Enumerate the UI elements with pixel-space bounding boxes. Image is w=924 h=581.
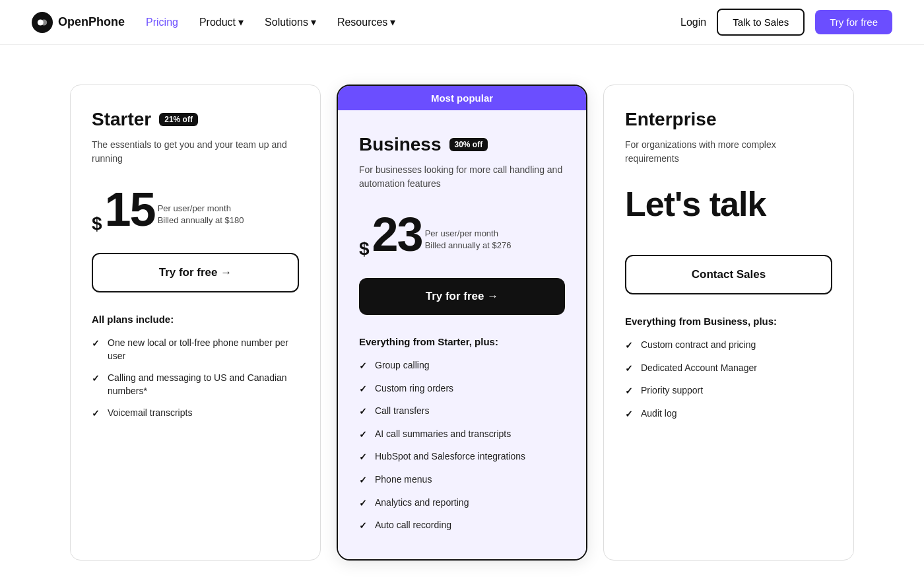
login-button[interactable]: Login	[680, 17, 706, 28]
starter-plan-name: Starter	[92, 109, 151, 130]
check-icon: ✓	[625, 408, 633, 421]
list-item: ✓ Call transfers	[359, 405, 565, 419]
enterprise-feature-list: ✓ Custom contract and pricing ✓ Dedicate…	[625, 339, 832, 421]
business-feature-list: ✓ Group calling ✓ Custom ring orders ✓ C…	[359, 359, 565, 533]
business-features-heading: Everything from Starter, plus:	[359, 336, 565, 347]
business-description: For businesses looking for more call han…	[359, 163, 565, 192]
logo-text: OpenPhone	[58, 15, 125, 29]
starter-feature-list: ✓ One new local or toll-free phone numbe…	[92, 337, 299, 421]
check-icon: ✓	[359, 383, 367, 396]
nav-solutions[interactable]: Solutions ▾	[265, 16, 316, 28]
svg-point-1	[41, 19, 47, 25]
enterprise-feature-2: Dedicated Account Manager	[641, 362, 757, 375]
business-card: Business 30% off For businesses looking …	[338, 110, 586, 559]
enterprise-plan-name: Enterprise	[625, 109, 717, 130]
list-item: ✓ Auto call recording	[359, 519, 565, 533]
nav-pricing[interactable]: Pricing	[146, 17, 178, 28]
check-icon: ✓	[359, 520, 367, 533]
business-card-wrapper: Most popular Business 30% off For busine…	[337, 85, 587, 561]
starter-feature-2: Calling and messaging to US and Canadian…	[108, 372, 299, 397]
business-price-row: $ 23 Per user/per month Billed annually …	[359, 211, 565, 258]
starter-try-free-button[interactable]: Try for free →	[92, 253, 299, 292]
business-feature-3: Call transfers	[375, 405, 429, 418]
check-icon: ✓	[92, 372, 100, 386]
list-item: ✓ Custom contract and pricing	[625, 339, 832, 353]
starter-card: Starter 21% off The essentials to get yo…	[70, 85, 321, 561]
list-item: ✓ Phone menus	[359, 473, 565, 487]
chevron-down-icon: ▾	[311, 16, 316, 28]
list-item: ✓ Group calling	[359, 359, 565, 373]
check-icon: ✓	[359, 451, 367, 464]
starter-description: The essentials to get you and your team …	[92, 138, 299, 167]
list-item: ✓ Voicemail transcripts	[92, 407, 299, 421]
check-icon: ✓	[92, 337, 100, 351]
logo[interactable]: OpenPhone	[32, 12, 125, 33]
chevron-down-icon: ▾	[238, 16, 244, 28]
business-price-dollar: $	[359, 240, 370, 258]
check-icon: ✓	[359, 360, 367, 373]
chevron-down-icon: ▾	[390, 16, 395, 28]
pricing-section: Starter 21% off The essentials to get yo…	[0, 45, 924, 581]
check-icon: ✓	[359, 497, 367, 510]
check-icon: ✓	[359, 428, 367, 442]
starter-per-user: Per user/per month	[158, 203, 244, 215]
starter-price-number: 15	[105, 186, 155, 233]
starter-price-meta: Per user/per month Billed annually at $1…	[158, 203, 244, 230]
starter-billed: Billed annually at $180	[158, 215, 244, 226]
list-item: ✓ AI call summaries and transcripts	[359, 428, 565, 442]
navbar: OpenPhone Pricing Product ▾ Solutions ▾ …	[0, 0, 924, 45]
enterprise-feature-4: Audit log	[641, 407, 676, 421]
logo-icon	[32, 12, 53, 33]
enterprise-features-heading: Everything from Business, plus:	[625, 316, 832, 327]
business-plan-name: Business	[359, 134, 442, 155]
business-discount-badge: 30% off	[449, 138, 488, 151]
contact-sales-button[interactable]: Contact Sales	[625, 255, 832, 294]
starter-title-row: Starter 21% off	[92, 109, 299, 130]
enterprise-description: For organizations with more complex requ…	[625, 138, 832, 167]
list-item: ✓ HubSpot and Salesforce integrations	[359, 450, 565, 464]
business-try-free-button[interactable]: Try for free →	[359, 278, 565, 315]
business-billed: Billed annually at $276	[425, 240, 512, 252]
nav-right: Login Talk to Sales Try for free	[680, 9, 892, 36]
enterprise-title-row: Enterprise	[625, 109, 832, 130]
business-feature-4: AI call summaries and transcripts	[375, 428, 511, 441]
list-item: ✓ One new local or toll-free phone numbe…	[92, 337, 299, 362]
business-feature-2: Custom ring orders	[375, 382, 453, 395]
enterprise-card: Enterprise For organizations with more c…	[603, 85, 854, 561]
business-feature-1: Group calling	[375, 359, 430, 372]
enterprise-price-section: Let's talk	[625, 186, 832, 223]
list-item: ✓ Audit log	[625, 407, 832, 421]
enterprise-price-text: Let's talk	[625, 185, 766, 223]
list-item: ✓ Dedicated Account Manager	[625, 362, 832, 376]
business-feature-7: Analytics and reporting	[375, 496, 469, 510]
most-popular-badge: Most popular	[338, 86, 586, 110]
starter-price-row: $ 15 Per user/per month Billed annually …	[92, 186, 299, 233]
business-title-row: Business 30% off	[359, 134, 565, 155]
nav-resources[interactable]: Resources ▾	[337, 16, 395, 28]
check-icon: ✓	[92, 407, 100, 421]
enterprise-feature-1: Custom contract and pricing	[641, 339, 756, 352]
talk-to-sales-button[interactable]: Talk to Sales	[717, 9, 805, 36]
business-per-user: Per user/per month	[425, 228, 512, 240]
check-icon: ✓	[359, 474, 367, 487]
check-icon: ✓	[625, 362, 633, 376]
nav-left: OpenPhone Pricing Product ▾ Solutions ▾ …	[32, 12, 395, 33]
business-feature-5: HubSpot and Salesforce integrations	[375, 450, 525, 463]
business-price-meta: Per user/per month Billed annually at $2…	[425, 228, 512, 256]
business-feature-6: Phone menus	[375, 473, 432, 487]
list-item: ✓ Priority support	[625, 384, 832, 398]
list-item: ✓ Calling and messaging to US and Canadi…	[92, 372, 299, 397]
check-icon: ✓	[625, 339, 633, 353]
starter-discount-badge: 21% off	[159, 113, 198, 126]
starter-price-dollar: $	[92, 215, 102, 233]
check-icon: ✓	[625, 385, 633, 398]
starter-features-heading: All plans include:	[92, 314, 299, 325]
enterprise-feature-3: Priority support	[641, 384, 703, 397]
starter-feature-3: Voicemail transcripts	[108, 407, 192, 420]
list-item: ✓ Analytics and reporting	[359, 496, 565, 510]
nav-product[interactable]: Product ▾	[199, 16, 244, 28]
try-for-free-nav-button[interactable]: Try for free	[815, 10, 892, 34]
check-icon: ✓	[359, 405, 367, 419]
starter-feature-1: One new local or toll-free phone number …	[108, 337, 299, 362]
list-item: ✓ Custom ring orders	[359, 382, 565, 396]
